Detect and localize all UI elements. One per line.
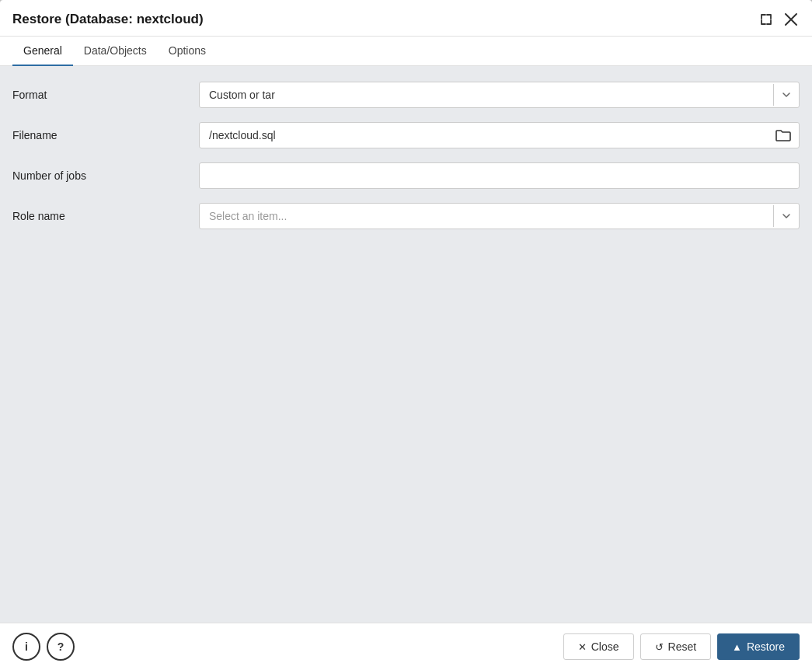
role-name-row: Role name Select an item... [12, 203, 800, 229]
number-of-jobs-input[interactable] [199, 162, 800, 189]
info-button[interactable]: i [12, 633, 40, 661]
format-dropdown-arrow[interactable] [773, 84, 799, 106]
dialog-title: Restore (Database: nextcloud) [12, 12, 204, 27]
role-name-dropdown-arrow[interactable] [773, 205, 799, 227]
dialog-body: Format Custom or tar Filename [0, 66, 812, 623]
tab-data-objects[interactable]: Data/Objects [73, 37, 158, 66]
expand-button[interactable] [758, 11, 775, 28]
format-control: Custom or tar [199, 82, 800, 108]
help-button[interactable]: ? [47, 633, 75, 661]
folder-icon [775, 128, 791, 142]
format-label: Format [12, 89, 199, 101]
header-actions [758, 11, 800, 28]
close-button-label: Close [591, 640, 619, 653]
role-name-control: Select an item... [199, 203, 800, 229]
reset-button[interactable]: ↺ Reset [640, 633, 712, 660]
chevron-down-icon [782, 90, 791, 99]
close-dialog-button[interactable] [782, 11, 800, 28]
close-button[interactable]: ✕ Close [563, 633, 634, 660]
tabs-bar: General Data/Objects Options [0, 37, 812, 66]
file-browser-button[interactable] [768, 124, 799, 147]
close-x-icon [784, 12, 798, 26]
tab-options[interactable]: Options [158, 37, 217, 66]
number-of-jobs-label: Number of jobs [12, 169, 199, 182]
reset-icon: ↺ [655, 641, 664, 653]
filename-input-wrapper [199, 122, 800, 148]
restore-button-label: Restore [747, 640, 785, 653]
number-of-jobs-control [199, 162, 800, 189]
filename-row: Filename [12, 122, 800, 148]
chevron-down-icon [782, 211, 791, 221]
info-icon: i [25, 640, 28, 653]
restore-button[interactable]: ▲ Restore [717, 633, 800, 660]
role-name-placeholder: Select an item... [200, 204, 773, 229]
format-select-value: Custom or tar [200, 82, 773, 107]
filename-input[interactable] [200, 123, 768, 148]
tab-general[interactable]: General [12, 37, 73, 66]
restore-icon: ▲ [732, 641, 742, 653]
filename-control [199, 122, 800, 148]
filename-label: Filename [12, 129, 199, 141]
number-of-jobs-row: Number of jobs [12, 162, 800, 189]
footer-left: i ? [12, 633, 75, 661]
role-name-label: Role name [12, 210, 199, 222]
format-row: Format Custom or tar [12, 82, 800, 108]
close-icon: ✕ [578, 641, 587, 653]
expand-icon [759, 12, 773, 26]
dialog-header: Restore (Database: nextcloud) [0, 0, 812, 37]
role-name-select-wrapper[interactable]: Select an item... [199, 203, 800, 229]
reset-button-label: Reset [668, 640, 697, 653]
restore-dialog: Restore (Database: nextcloud) General Da… [0, 0, 812, 670]
format-select-wrapper[interactable]: Custom or tar [199, 82, 800, 108]
help-icon: ? [58, 640, 64, 653]
footer-right: ✕ Close ↺ Reset ▲ Restore [563, 633, 800, 660]
dialog-footer: i ? ✕ Close ↺ Reset ▲ Restore [0, 623, 812, 670]
